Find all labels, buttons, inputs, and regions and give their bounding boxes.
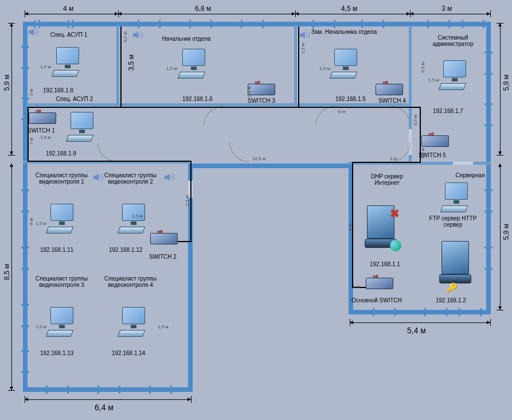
dim-top-4: 3 м [441, 5, 452, 13]
cable-len: 6 м [338, 109, 345, 114]
label-deputy: Зам. Начальника отдела [310, 29, 378, 35]
ip-ftp: 192.168.1.2 [436, 297, 466, 304]
dim-top-2: 6,8 м [195, 5, 211, 13]
dim-left-2: 8,5 м [3, 264, 11, 280]
cable-len: 2,5 м [300, 43, 306, 54]
cable-len: 1,5 м [166, 66, 177, 71]
cable-len: 1,5 м [158, 324, 169, 329]
dim-top-3: 4,5 м [341, 5, 357, 13]
label-vid1: Специалист группы видеоконтроля 1 [32, 172, 92, 185]
pc-icon [178, 49, 209, 80]
cable-len: 1,5 м [36, 221, 46, 226]
cable-len: 8 м [29, 218, 34, 225]
router-icon: ✖ [390, 207, 400, 220]
pc-icon [330, 49, 361, 80]
cable-len: 1,5 м [319, 66, 330, 71]
ip-vid1: 192.168.1.11 [40, 247, 73, 253]
dim-right-1: 5,9 м [502, 75, 510, 91]
pc-icon [46, 204, 77, 235]
switch-main-label: Основной SWITCH [351, 297, 402, 304]
label-vid3: Специалист группы видеоконтроля 3 [32, 275, 92, 288]
switch-icon: ⇄ [29, 109, 56, 125]
ip-deputy: 192.168.1.5 [335, 96, 366, 102]
label-dhp: DHP сервер Интернет [358, 173, 416, 186]
key-icon: 🔑 [446, 282, 458, 293]
switch-3-label: SWITCH 3 [248, 98, 275, 104]
switch-icon: ⇄ [248, 80, 275, 96]
dim-bottom-2: 5,4 м [407, 326, 426, 335]
pc-icon [66, 112, 97, 143]
ip-head: 192.168.1.6 [182, 96, 213, 102]
cable-len: 5,5 м [420, 62, 425, 73]
globe-icon [390, 240, 401, 251]
server-icon [441, 241, 469, 286]
pc-icon [118, 204, 148, 235]
cable-len: 2 м [29, 138, 34, 145]
cable-len: 2,5 м [185, 195, 190, 206]
switch-icon: ⇄ [150, 230, 178, 246]
cable-len: 0,5 м [420, 148, 425, 159]
dim-left-1: 5,9 м [3, 75, 11, 91]
label-spec-asup-2: Спец. АСУП 2 [46, 96, 103, 102]
pc-icon [440, 182, 471, 213]
floor-plan: 4 м 6,8 м 4,5 м 3 м 5,9 м 8,5 м 5,9 м 5,… [0, 0, 512, 420]
ip-vid4: 192.168.1.14 [112, 350, 145, 356]
speaker-icon [133, 32, 143, 38]
cable-len: 1,5 м [36, 324, 46, 329]
cable-len: 3,5 м [413, 115, 418, 126]
cable-len: 1,5 м [428, 77, 439, 83]
switch-icon: ⇄ [376, 80, 403, 96]
switch-4-label: SWITCH 4 [378, 98, 406, 104]
pc-icon [46, 307, 77, 338]
pc-icon [52, 47, 83, 78]
speaker-icon [93, 174, 104, 181]
pc-icon [439, 60, 470, 91]
dim-top-1: 4 м [63, 5, 73, 13]
label-vid2: Специалист группы видеоконтроля 2 [100, 172, 161, 185]
switch-icon: ⇄ [421, 132, 449, 148]
label-ftp: FTP сервер HTTP сервер [421, 215, 484, 228]
cable-len: 12,5 м [252, 156, 265, 161]
ip-spec1: 192.168.1.8 [43, 87, 73, 94]
label-spec-asup-1: Спец. АСУП 1 [40, 32, 97, 38]
switch-icon: ⇄ [366, 274, 393, 290]
dim-right-2: 5,9 м [502, 224, 510, 240]
ip-spec2: 192.168.1.9 [46, 150, 76, 157]
ip-dhp: 192.168.1.1 [370, 261, 400, 267]
cable-len: 0,5 м [247, 86, 252, 97]
speaker-icon [29, 29, 39, 36]
label-vid4: Специалист группы видеоконтроля 4 [100, 275, 161, 288]
pc-icon [118, 307, 148, 338]
cable-len: 3 м [390, 156, 397, 161]
cable-len: 1,5 м [40, 135, 51, 140]
ip-vid3: 192.168.1.13 [40, 350, 73, 356]
cable-len: 0,2 м [123, 32, 128, 42]
speaker-icon [300, 32, 310, 38]
cable-len: 3 м [29, 89, 34, 96]
cable-len: 1 м [353, 284, 359, 289]
cable-len: 1,5 м [132, 213, 143, 219]
switch-2-label: SWITCH 2 [149, 254, 177, 260]
label-sysadmin: Системный администратор [421, 34, 484, 47]
ip-sysadmin: 192.168.1.7 [433, 108, 463, 114]
switch-1-label: SWITCH 1 [28, 127, 55, 134]
cable-len: 4 м [347, 224, 353, 231]
dim-bottom-1: 6,4 м [95, 403, 114, 412]
speaker-icon [165, 174, 175, 181]
label-serverroom: Серверная [447, 172, 493, 178]
label-head: Начальник отдела [149, 36, 224, 42]
ip-vid2: 192.168.1.12 [109, 247, 142, 253]
cable-len: 1,5 м [40, 64, 51, 69]
dim-inside-35: 3,5 м [127, 55, 135, 71]
